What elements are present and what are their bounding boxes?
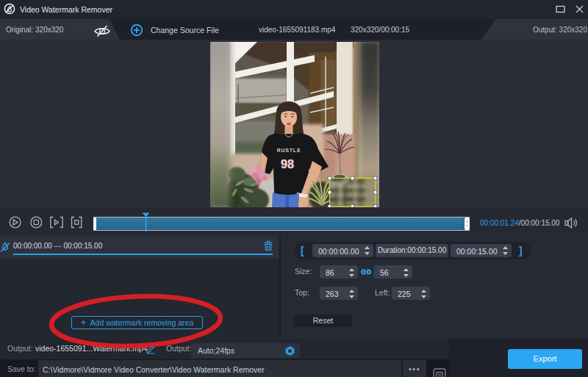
svg-text:ЯUSTLE: ЯUSTLE [277, 148, 301, 153]
svg-text:98: 98 [281, 158, 294, 170]
